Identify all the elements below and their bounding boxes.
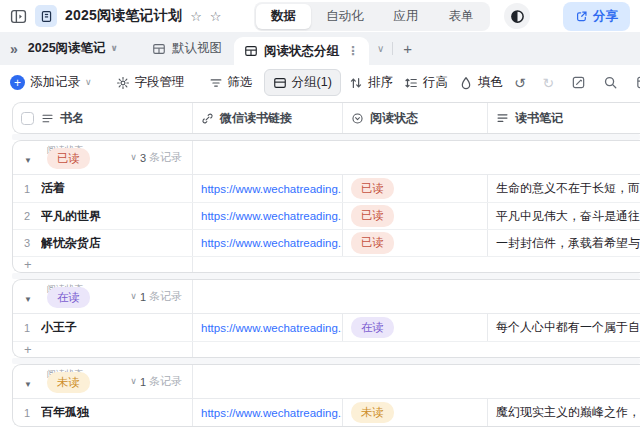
tab-app[interactable]: 应用 <box>378 4 433 29</box>
column-header-status[interactable]: 阅读状态 <box>342 103 487 133</box>
note-cell[interactable]: 一封封信件，承载着希望与... <box>487 230 640 256</box>
book-title-cell[interactable]: 活着 <box>41 175 192 202</box>
add-row-icon[interactable]: + <box>13 343 192 356</box>
chevron-down-icon: ∨ <box>111 44 118 53</box>
table-selector[interactable]: 2025阅读笔记 ∨ <box>28 40 118 57</box>
column-header-note[interactable]: 读书笔记 <box>487 103 640 133</box>
sort-button[interactable]: 排序 <box>349 74 393 91</box>
chevron-down-icon[interactable]: ∨ <box>130 292 137 301</box>
chevron-down-icon: ∨ <box>85 78 92 87</box>
pin-star-icon[interactable]: ☆ <box>190 10 202 23</box>
select-all-checkbox[interactable] <box>21 112 34 125</box>
column-header-label: 微信读书链接 <box>220 110 292 127</box>
view-tab-label: 阅读状态分组 <box>264 43 339 60</box>
group-badge[interactable]: 在读 <box>47 287 90 308</box>
view-list-chevron-icon[interactable]: ∨ <box>369 43 392 54</box>
grid-view-icon <box>152 42 166 56</box>
add-row[interactable]: + <box>13 256 640 272</box>
tab-automation[interactable]: 自动化 <box>311 4 379 29</box>
topbar: 2025阅读笔记计划 ☆ ☆ 数据 自动化 应用 表单 分享 <box>0 0 640 32</box>
group-badge[interactable]: 未读 <box>47 372 90 393</box>
note-cell[interactable]: 每个人心中都有一个属于自... <box>487 314 640 341</box>
view-tab-status-group[interactable]: 阅读状态分组 ⋮ <box>234 37 369 65</box>
add-view-icon[interactable]: + <box>393 40 422 57</box>
note-cell[interactable]: 平凡中见伟大，奋斗是通往... <box>487 203 640 229</box>
theme-toggle-icon[interactable] <box>504 3 530 29</box>
select-all-cell[interactable] <box>13 112 41 125</box>
share-button[interactable]: 分享 <box>563 2 630 31</box>
expand-sidebar-icon[interactable]: » <box>10 41 18 57</box>
redo-icon[interactable]: ↻ <box>543 76 555 90</box>
toolbar: + 添加记录 ∨ 字段管理 筛选 分组(1) 排序 行高 <box>0 65 640 100</box>
add-row[interactable]: + <box>13 341 640 357</box>
status-cell[interactable]: 已读 <box>342 175 487 202</box>
view-tab-default[interactable]: 默认视图 <box>140 32 234 65</box>
column-header-row: 书名 微信读书链接 阅读状态 读书笔记 <box>13 103 640 133</box>
side-panel-icon[interactable] <box>635 75 640 90</box>
status-cell[interactable]: 未读 <box>342 399 487 426</box>
filter-button[interactable]: 筛选 <box>209 74 253 91</box>
tab-form[interactable]: 表单 <box>433 4 488 29</box>
favorite-star-icon[interactable]: ☆ <box>210 10 222 23</box>
tab-data[interactable]: 数据 <box>256 4 311 29</box>
row-number: 1 <box>13 183 41 195</box>
column-header-link[interactable]: 微信读书链接 <box>192 103 342 133</box>
link-cell[interactable]: https://www.wechatreading... <box>192 203 342 229</box>
status-cell[interactable]: 已读 <box>342 203 487 229</box>
grid-view-icon <box>244 44 258 58</box>
field-manage-label: 字段管理 <box>135 74 185 91</box>
book-title-cell[interactable]: 平凡的世界 <box>41 203 192 229</box>
note-cell[interactable]: 魔幻现实主义的巅峰之作，... <box>487 399 640 426</box>
row-number: 1 <box>13 322 41 334</box>
book-title-cell[interactable]: 解忧杂货店 <box>41 230 192 256</box>
filter-label: 筛选 <box>228 74 253 91</box>
chevron-down-icon[interactable]: ∨ <box>130 377 137 386</box>
chevron-down-icon[interactable]: ∨ <box>130 153 137 162</box>
record-count-unit: 条记录 <box>149 289 182 304</box>
group-header-left: ▼ 阅读状态 未读 ∨ 1 条记录 <box>13 365 192 398</box>
add-row-icon[interactable]: + <box>13 258 192 271</box>
row-number: 2 <box>13 210 41 222</box>
view-bar: » 2025阅读笔记 ∨ 默认视图 阅读状态分组 ⋮ ∨ + <box>0 32 640 65</box>
table-row[interactable]: 1 小王子 https://www.wechatreading... 在读 每个… <box>13 314 640 341</box>
group-header: ▼ 阅读状态 已读 ∨ 3 条记录 <box>13 141 640 175</box>
book-title-cell[interactable]: 百年孤独 <box>41 399 192 426</box>
group-header-left: ▼ 阅读状态 已读 ∨ 3 条记录 <box>13 141 192 174</box>
status-cell[interactable]: 已读 <box>342 230 487 256</box>
row-height-button[interactable]: 行高 <box>404 74 448 91</box>
column-header-title[interactable]: 书名 <box>41 103 192 133</box>
add-row-spacer <box>192 257 640 272</box>
table-row[interactable]: 2 平凡的世界 https://www.wechatreading... 已读 … <box>13 202 640 229</box>
status-cell[interactable]: 在读 <box>342 314 487 341</box>
search-icon[interactable] <box>603 75 618 90</box>
sidebar-toggle-icon[interactable] <box>10 8 27 25</box>
undo-icon[interactable]: ↺ <box>514 76 526 90</box>
table-row[interactable]: 1 百年孤独 https://www.wechatreading... 未读 魔… <box>13 399 640 426</box>
collapse-triangle-icon[interactable]: ▼ <box>24 381 32 389</box>
plus-icon: + <box>10 75 25 90</box>
link-cell[interactable]: https://www.wechatreading... <box>192 399 342 426</box>
group-label: 分组(1) <box>292 74 332 91</box>
table-row[interactable]: 3 解忧杂货店 https://www.wechatreading... 已读 … <box>13 229 640 256</box>
group-button[interactable]: 分组(1) <box>264 69 341 96</box>
long-text-field-icon <box>496 112 509 125</box>
edit-record-icon[interactable] <box>571 75 586 90</box>
link-cell[interactable]: https://www.wechatreading... <box>192 230 342 256</box>
note-cell[interactable]: 生命的意义不在于长短，而... <box>487 175 640 202</box>
collapse-triangle-icon[interactable]: ▼ <box>24 157 32 165</box>
link-cell[interactable]: https://www.wechatreading... <box>192 175 342 202</box>
table-row[interactable]: 1 活着 https://www.wechatreading... 已读 生命的… <box>13 175 640 202</box>
toolbar-right: ↺ ↻ <box>514 75 640 90</box>
link-cell[interactable]: https://www.wechatreading... <box>192 314 342 341</box>
add-record-button[interactable]: + 添加记录 ∨ <box>10 74 92 91</box>
fill-color-button[interactable]: 填色 <box>459 74 503 91</box>
add-row-spacer <box>192 342 640 357</box>
row-number: 3 <box>13 237 41 249</box>
group-badge[interactable]: 已读 <box>47 148 90 169</box>
collapse-triangle-icon[interactable]: ▼ <box>24 296 32 304</box>
more-menu-icon[interactable]: ⋮ <box>347 44 359 58</box>
group-header-spacer <box>192 280 640 313</box>
field-manage-button[interactable]: 字段管理 <box>116 74 185 91</box>
book-title-cell[interactable]: 小王子 <box>41 314 192 341</box>
column-header-label: 书名 <box>60 110 84 127</box>
